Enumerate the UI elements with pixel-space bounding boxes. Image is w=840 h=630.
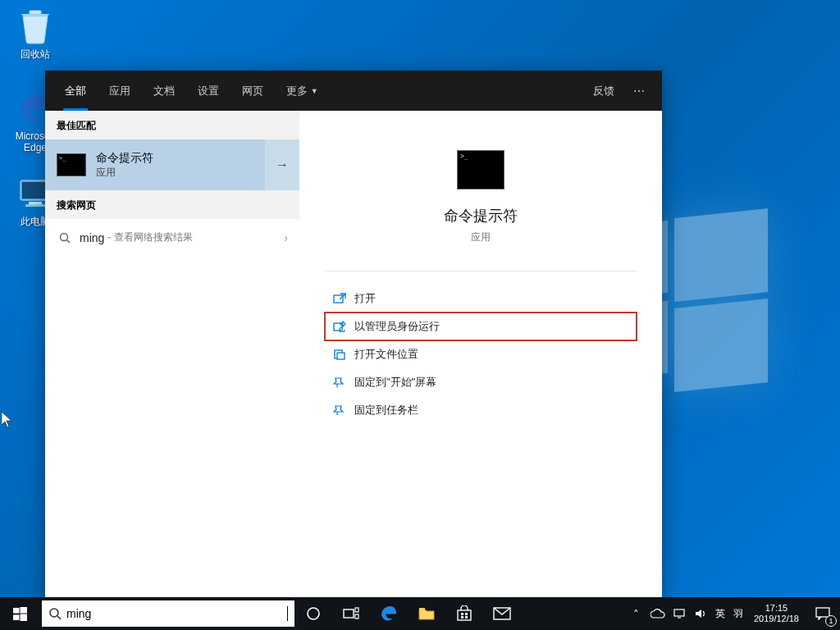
tab-settings[interactable]: 设置 — [186, 71, 231, 111]
start-button[interactable] — [0, 597, 39, 630]
search-result-cmd[interactable]: 命令提示符 应用 → — [45, 139, 299, 190]
search-results-list: 最佳匹配 命令提示符 应用 → 搜索网页 ming - 查看网络搜索结果 — [45, 111, 299, 597]
cortana-button[interactable] — [294, 597, 332, 630]
tray-onedrive-icon[interactable] — [647, 597, 669, 630]
cmd-icon — [57, 153, 86, 176]
web-search-result[interactable]: ming - 查看网络搜索结果 › — [45, 219, 299, 256]
tray-clock[interactable]: 17:15 2019/12/18 — [747, 603, 806, 624]
web-hint-text: - 查看网络搜索结果 — [107, 231, 192, 244]
preview-subtitle: 应用 — [471, 231, 491, 244]
edge-taskbar-button[interactable] — [370, 597, 408, 630]
task-view-button[interactable] — [332, 597, 370, 630]
expand-arrow-button[interactable]: → — [265, 139, 299, 190]
action-label: 以管理员身份运行 — [354, 319, 440, 334]
svg-rect-27 — [465, 613, 468, 615]
notif-badge: 1 — [825, 615, 837, 627]
desktop-icon-recycle-bin[interactable]: 回收站 — [5, 7, 66, 60]
action-label: 打开 — [354, 291, 376, 306]
desktop[interactable]: 回收站 Microsoft Edge 此电脑 全部 应用 文档 设置 网页 更多… — [0, 0, 840, 630]
svg-rect-15 — [20, 607, 27, 614]
web-query-text: ming — [80, 231, 104, 244]
svg-rect-7 — [334, 295, 343, 303]
preview-action-2[interactable]: 打开文件位置 — [325, 340, 637, 368]
svg-rect-24 — [419, 608, 425, 610]
search-panel: 全部 应用 文档 设置 网页 更多 ▼ 反馈 ⋯ 最佳匹配 命令提示符 应用 → — [45, 71, 662, 597]
svg-rect-29 — [465, 616, 468, 619]
svg-rect-21 — [344, 609, 354, 618]
search-preview-pane: 命令提示符 应用 打开以管理员身份运行打开文件位置固定到"开始"屏幕固定到任务栏 — [299, 111, 662, 597]
tab-web[interactable]: 网页 — [231, 71, 275, 111]
preview-action-4[interactable]: 固定到任务栏 — [325, 396, 637, 424]
admin-run-icon — [330, 321, 349, 332]
search-icon — [57, 232, 73, 244]
tab-more[interactable]: 更多 ▼ — [275, 71, 330, 111]
preview-action-0[interactable]: 打开 — [325, 285, 637, 313]
tab-apps[interactable]: 应用 — [98, 71, 142, 111]
feedback-link[interactable]: 反馈 — [583, 84, 624, 98]
tab-all[interactable]: 全部 — [53, 71, 98, 111]
folder-open-icon — [330, 349, 349, 360]
action-label: 固定到"开始"屏幕 — [354, 375, 436, 390]
svg-rect-3 — [29, 202, 42, 204]
explorer-taskbar-button[interactable] — [408, 597, 445, 630]
svg-point-20 — [308, 608, 319, 619]
tray-date: 2019/12/18 — [754, 614, 799, 624]
best-match-header: 最佳匹配 — [45, 111, 299, 139]
svg-rect-25 — [458, 610, 471, 620]
tray-time: 17:15 — [754, 603, 799, 614]
cmd-preview-icon — [457, 150, 504, 189]
preview-action-3[interactable]: 固定到"开始"屏幕 — [325, 368, 637, 396]
divider — [325, 271, 637, 272]
open-icon — [330, 293, 349, 304]
system-tray: ˄ 英 羽 17:15 2019/12/18 1 — [626, 597, 840, 630]
action-center-button[interactable]: 1 — [806, 597, 840, 630]
svg-line-19 — [57, 616, 61, 619]
result-subtitle: 应用 — [96, 166, 153, 180]
pin-start-icon — [330, 377, 349, 388]
action-label: 打开文件位置 — [354, 347, 418, 362]
chevron-down-icon: ▼ — [311, 87, 318, 95]
preview-action-1[interactable]: 以管理员身份运行 — [325, 313, 637, 340]
svg-rect-28 — [461, 616, 463, 619]
text-caret — [287, 606, 288, 621]
web-search-header: 搜索网页 — [45, 190, 299, 219]
taskbar-search-box[interactable] — [42, 600, 294, 627]
svg-line-6 — [67, 240, 71, 243]
tray-ime1[interactable]: 英 — [711, 597, 729, 630]
svg-rect-31 — [674, 609, 684, 616]
tray-ime2[interactable]: 羽 — [729, 597, 747, 630]
search-icon — [48, 607, 62, 620]
search-input[interactable] — [66, 607, 287, 620]
desktop-icon-label: 回收站 — [5, 48, 66, 60]
preview-actions: 打开以管理员身份运行打开文件位置固定到"开始"屏幕固定到任务栏 — [325, 285, 637, 424]
more-options-button[interactable]: ⋯ — [624, 84, 654, 98]
svg-point-5 — [61, 233, 68, 240]
svg-rect-17 — [20, 614, 27, 621]
svg-rect-23 — [355, 614, 358, 619]
cursor-icon — [2, 412, 13, 428]
mail-taskbar-button[interactable] — [483, 597, 521, 630]
svg-rect-0 — [30, 11, 41, 14]
recycle-bin-icon — [16, 7, 55, 46]
action-label: 固定到任务栏 — [354, 403, 418, 418]
tray-volume-icon[interactable] — [690, 597, 711, 630]
svg-rect-22 — [355, 608, 358, 612]
tray-network-icon[interactable] — [669, 597, 690, 630]
svg-rect-14 — [13, 607, 20, 613]
result-title: 命令提示符 — [96, 151, 153, 166]
pin-taskbar-icon — [330, 404, 349, 416]
tab-documents[interactable]: 文档 — [142, 71, 186, 111]
svg-rect-16 — [13, 614, 20, 620]
tray-chevron-up-icon[interactable]: ˄ — [626, 597, 647, 630]
chevron-right-icon: › — [284, 231, 288, 244]
svg-rect-26 — [461, 613, 463, 615]
store-taskbar-button[interactable] — [445, 597, 483, 630]
search-header: 全部 应用 文档 设置 网页 更多 ▼ 反馈 ⋯ — [45, 71, 662, 111]
svg-point-18 — [50, 609, 58, 617]
preview-title: 命令提示符 — [444, 206, 518, 226]
svg-rect-11 — [337, 353, 345, 359]
svg-rect-4 — [25, 204, 45, 207]
taskbar: ˄ 英 羽 17:15 2019/12/18 1 — [0, 597, 840, 630]
